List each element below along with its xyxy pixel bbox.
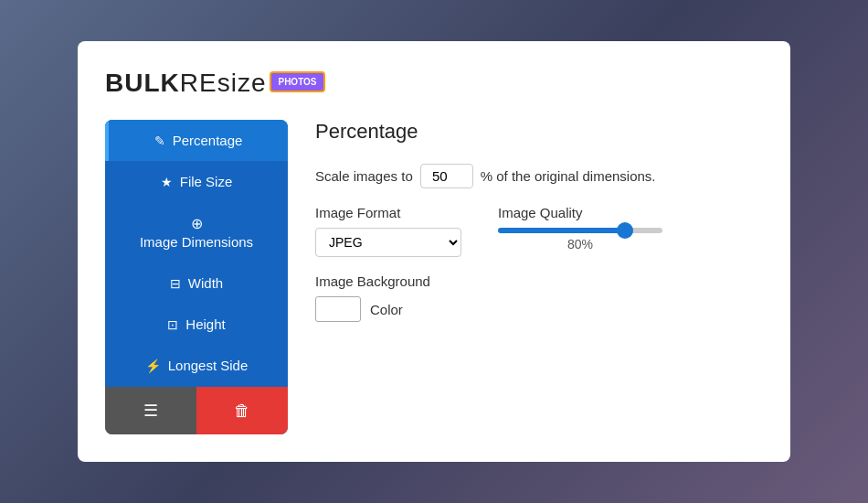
sidebar-item-height[interactable]: ⊡ Height [105, 304, 288, 345]
sidebar: ✎ Percentage ★ File Size ⊕ Image Dimensi… [105, 120, 288, 434]
lightning-icon: ⚡ [145, 359, 161, 373]
delete-button[interactable]: 🗑 [196, 387, 288, 434]
sidebar-item-image-dimensions-label: Image Dimensions [140, 234, 253, 250]
format-label: Image Format [315, 205, 461, 220]
sidebar-item-width[interactable]: ⊟ Width [105, 262, 288, 304]
height-icon: ⊡ [167, 317, 178, 332]
color-swatch[interactable] [315, 296, 361, 322]
color-label: Color [370, 302, 403, 317]
list-icon: ☰ [143, 401, 158, 421]
format-select[interactable]: JPEG PNG GIF BMP TIFF [315, 228, 461, 257]
sidebar-item-file-size[interactable]: ★ File Size [105, 161, 288, 202]
panel-title: Percentage [315, 120, 754, 144]
scale-row: Scale images to % of the original dimens… [315, 164, 754, 188]
sidebar-footer: ☰ 🗑 [105, 387, 288, 434]
dimensions-icon: ⊕ [191, 215, 203, 232]
list-button[interactable]: ☰ [105, 387, 196, 434]
logo-bold: BULK [105, 69, 180, 97]
logo-light: REsize [180, 69, 267, 97]
panel: Percentage Scale images to % of the orig… [315, 120, 754, 434]
star-icon: ★ [161, 175, 173, 189]
sidebar-item-width-label: Width [188, 275, 223, 291]
scale-prefix: Scale images to [315, 168, 413, 184]
main-content: ✎ Percentage ★ File Size ⊕ Image Dimensi… [105, 120, 754, 434]
logo-badge: PHOTOS [270, 71, 324, 92]
quality-section: Image Quality 80% [498, 205, 662, 252]
background-row: Color [315, 296, 754, 322]
app-window: BULKREsize PHOTOS ✎ Percentage ★ File Si… [78, 41, 790, 462]
sidebar-item-file-size-label: File Size [180, 174, 233, 189]
logo: BULKREsize [105, 69, 266, 98]
edit-icon: ✎ [154, 134, 165, 148]
background-section: Image Background Color [315, 273, 754, 322]
sidebar-item-image-dimensions[interactable]: ⊕ Image Dimensions [105, 202, 288, 262]
header: BULKREsize PHOTOS [105, 69, 754, 98]
quality-slider-wrap: 80% [498, 228, 662, 252]
sidebar-item-height-label: Height [185, 316, 225, 332]
quality-slider[interactable] [498, 228, 662, 233]
quality-label: Image Quality [498, 205, 662, 220]
scale-input[interactable] [420, 164, 473, 188]
sidebar-item-percentage[interactable]: ✎ Percentage [105, 120, 288, 161]
trash-icon: 🗑 [234, 401, 250, 421]
sidebar-item-longest-side-label: Longest Side [168, 358, 249, 373]
scale-suffix: % of the original dimensions. [481, 168, 656, 184]
sidebar-item-longest-side[interactable]: ⚡ Longest Side [105, 345, 288, 386]
format-section: Image Format JPEG PNG GIF BMP TIFF [315, 205, 461, 257]
quality-value: 80% [567, 237, 593, 252]
format-quality-row: Image Format JPEG PNG GIF BMP TIFF Image… [315, 205, 754, 257]
background-label: Image Background [315, 273, 754, 289]
width-icon: ⊟ [170, 276, 181, 291]
sidebar-items: ✎ Percentage ★ File Size ⊕ Image Dimensi… [105, 120, 288, 387]
sidebar-item-percentage-label: Percentage [173, 133, 243, 148]
